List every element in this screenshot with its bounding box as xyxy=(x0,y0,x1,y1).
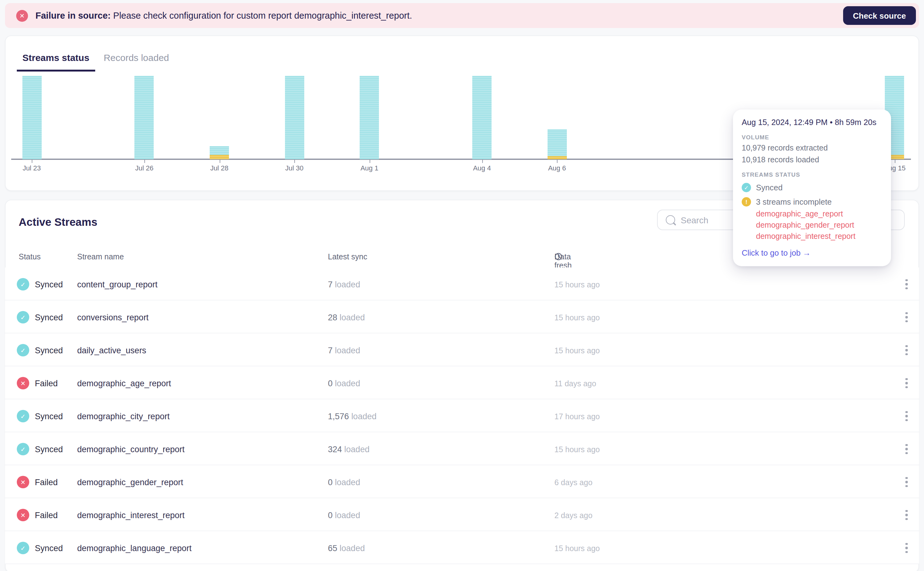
row-menu-button[interactable] xyxy=(899,276,914,292)
failed-stream-links: demographic_age_report demographic_gende… xyxy=(756,208,882,242)
table-row: ✓ Synced content_group_report 7 loaded 1… xyxy=(5,267,919,301)
status-icon: ✕ xyxy=(17,476,29,488)
column-latest-sync: Latest sync xyxy=(328,253,367,261)
tooltip-title: Aug 15, 2024, 12:49 PM • 8h 59m 20s xyxy=(742,117,882,127)
table-row: ✓ Synced demographic_country_report 324 … xyxy=(5,432,919,465)
tooltip-synced: Synced xyxy=(756,183,782,192)
synced-check-icon: ✓ xyxy=(742,183,751,192)
row-menu-button[interactable] xyxy=(899,441,914,457)
dashboard-root: ✕ Failure in source: Please check config… xyxy=(0,0,924,571)
status-icon: ✓ xyxy=(17,278,29,290)
status-icon: ✓ xyxy=(17,443,29,455)
tooltip-volume-label: VOLUME xyxy=(742,134,882,140)
row-menu-button[interactable] xyxy=(899,507,914,523)
failed-stream-link[interactable]: demographic_gender_report xyxy=(756,219,882,231)
row-menu-button[interactable] xyxy=(899,309,914,325)
column-stream-name: Stream name xyxy=(77,253,124,261)
chart-bar-incomplete-segment xyxy=(547,156,567,159)
chart-bar[interactable] xyxy=(285,76,304,159)
table-row: ✓ Synced demographic_city_report 1,576 l… xyxy=(5,399,919,432)
row-menu-button[interactable] xyxy=(899,342,914,358)
check-source-button[interactable]: Check source xyxy=(843,6,916,25)
status-icon: ✓ xyxy=(17,410,29,422)
column-status: Status xyxy=(19,253,41,261)
search-placeholder: Search xyxy=(681,215,708,225)
chart-bar-incomplete-segment xyxy=(210,154,229,159)
section-title: Active Streams xyxy=(19,216,97,229)
status-icon: ✓ xyxy=(17,344,29,356)
column-data-fresh: Data fresh as of xyxy=(555,253,562,261)
table-row: ✓ Synced conversions_report 28 loaded 15… xyxy=(5,301,919,333)
failed-stream-link[interactable]: demographic_age_report xyxy=(756,208,882,219)
table-row: ✓ Synced daily_active_users 7 loaded 15 … xyxy=(5,333,919,366)
error-icon: ✕ xyxy=(16,10,28,22)
chart-bar[interactable] xyxy=(547,130,567,159)
row-menu-button[interactable] xyxy=(899,474,914,490)
sync-tooltip: Aug 15, 2024, 12:49 PM • 8h 59m 20s VOLU… xyxy=(733,110,891,266)
error-banner: ✕ Failure in source: Please check config… xyxy=(5,3,919,28)
status-icon: ✕ xyxy=(17,509,29,521)
status-icon: ✓ xyxy=(17,542,29,554)
table-row: ✕ Failed demographic_gender_report 0 loa… xyxy=(5,465,919,498)
chart-bar[interactable] xyxy=(360,76,379,159)
chart-bar[interactable] xyxy=(472,76,491,159)
table-row: ✕ Failed demographic_interest_report 0 l… xyxy=(5,498,919,531)
warning-icon: ! xyxy=(742,197,751,207)
status-icon: ✕ xyxy=(17,377,29,389)
row-menu-button[interactable] xyxy=(899,540,914,556)
tab-bar: Streams status Records loaded xyxy=(17,52,169,71)
chart-bar[interactable] xyxy=(135,76,154,159)
tooltip-streams-label: STREAMS STATUS xyxy=(742,171,882,178)
tooltip-incomplete: 3 streams incomplete xyxy=(756,197,831,207)
chart-bar[interactable] xyxy=(22,76,42,159)
tab-records-loaded[interactable]: Records loaded xyxy=(104,52,169,69)
row-menu-button[interactable] xyxy=(899,375,914,391)
table-row: ✕ Failed demographic_age_report 0 loaded… xyxy=(5,366,919,399)
go-to-job-link[interactable]: Click to go to job → xyxy=(742,248,882,258)
table-row: ✓ Synced demographic_language_report 65 … xyxy=(5,531,919,564)
tooltip-extracted: 10,979 records extracted xyxy=(742,144,882,153)
status-icon: ✓ xyxy=(17,311,29,323)
tooltip-loaded: 10,918 records loaded xyxy=(742,156,882,164)
chart-bar[interactable] xyxy=(210,146,229,159)
error-message: Failure in source: Please check configur… xyxy=(36,11,412,20)
row-menu-button[interactable] xyxy=(899,408,914,424)
tab-streams-status[interactable]: Streams status xyxy=(17,52,95,71)
search-icon xyxy=(666,215,675,225)
failed-stream-link[interactable]: demographic_interest_report xyxy=(756,231,882,242)
